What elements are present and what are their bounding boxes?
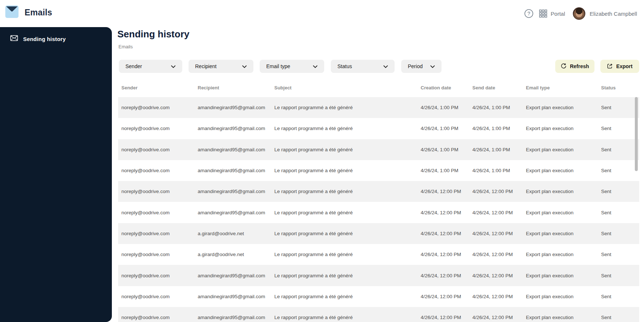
chevron-down-icon xyxy=(171,63,176,69)
cell-send-date: 4/26/24, 1:00 PM xyxy=(472,105,526,110)
cell-send-date: 4/26/24, 12:00 PM xyxy=(472,273,526,278)
cell-creation-date: 4/26/24, 1:00 PM xyxy=(421,147,472,152)
cell-email-type: Export plan execution xyxy=(526,147,601,152)
portal-label: Portal xyxy=(551,11,565,17)
cell-email-type: Export plan execution xyxy=(526,294,601,299)
app-logo-home[interactable]: Emails xyxy=(5,5,52,19)
cell-recipient: amandinegirard95@gmail.com xyxy=(198,273,274,278)
chevron-down-icon xyxy=(430,63,435,69)
export-button[interactable]: Export xyxy=(600,60,639,73)
filter-period[interactable]: Period xyxy=(401,60,442,73)
cell-recipient: a.girard@oodrive.net xyxy=(198,231,274,236)
filter-email-type[interactable]: Email type xyxy=(260,60,324,73)
filter-period-label: Period xyxy=(408,63,422,69)
portal-link[interactable]: Portal xyxy=(539,10,565,18)
cell-recipient: amandinegirard95@gmail.com xyxy=(198,147,274,152)
table-row: noreply@oodrive.com amandinegirard95@gma… xyxy=(118,286,639,307)
cell-send-date: 4/26/24, 12:00 PM xyxy=(472,252,526,257)
cell-sender: noreply@oodrive.com xyxy=(121,126,198,131)
cell-subject: Le rapport programmé a été généré xyxy=(274,189,421,194)
cell-recipient: a.girard@oodrive.net xyxy=(198,252,274,257)
cell-status: Sent xyxy=(601,126,639,131)
cell-status: Sent xyxy=(601,294,639,299)
topbar-actions: ? Portal Elizabeth Campbell xyxy=(524,0,637,27)
cell-send-date: 4/26/24, 12:00 PM xyxy=(472,231,526,236)
table-row: noreply@oodrive.com amandinegirard95@gma… xyxy=(118,307,639,322)
cell-sender: noreply@oodrive.com xyxy=(121,105,198,110)
cell-subject: Le rapport programmé a été généré xyxy=(274,105,421,110)
col-header-creation-date: Creation date xyxy=(421,85,472,90)
vertical-scrollbar-thumb[interactable] xyxy=(635,97,638,171)
cell-email-type: Export plan execution xyxy=(526,189,601,194)
chevron-down-icon xyxy=(313,63,318,69)
table-row: noreply@oodrive.com amandinegirard95@gma… xyxy=(118,160,639,181)
cell-sender: noreply@oodrive.com xyxy=(121,189,198,194)
chevron-down-icon xyxy=(383,63,388,69)
table-row: noreply@oodrive.com amandinegirard95@gma… xyxy=(118,139,639,160)
cell-email-type: Export plan execution xyxy=(526,168,601,173)
cell-sender: noreply@oodrive.com xyxy=(121,273,198,278)
filter-sender-label: Sender xyxy=(125,63,142,69)
cell-sender: noreply@oodrive.com xyxy=(121,252,198,257)
filter-status-label: Status xyxy=(337,63,352,69)
cell-recipient: amandinegirard95@gmail.com xyxy=(198,168,274,173)
cell-email-type: Export plan execution xyxy=(526,231,601,236)
cell-subject: Le rapport programmé a été généré xyxy=(274,168,421,173)
cell-subject: Le rapport programmé a été généré xyxy=(274,294,421,299)
sidebar-item-sending-history[interactable]: Sending history xyxy=(0,27,112,42)
filter-recipient-label: Recipient xyxy=(195,63,216,69)
cell-status: Sent xyxy=(601,168,639,173)
cell-status: Sent xyxy=(601,189,639,194)
help-icon[interactable]: ? xyxy=(524,9,534,18)
topbar: Emails ? Po xyxy=(0,0,644,27)
page-title: Sending history xyxy=(117,29,189,40)
table-row: noreply@oodrive.com amandinegirard95@gma… xyxy=(118,265,639,286)
cell-send-date: 4/26/24, 12:00 PM xyxy=(472,210,526,215)
cell-email-type: Export plan execution xyxy=(526,126,601,131)
breadcrumb[interactable]: Emails xyxy=(118,44,133,49)
cell-recipient: amandinegirard95@gmail.com xyxy=(198,210,274,215)
cell-email-type: Export plan execution xyxy=(526,210,601,215)
emails-logo-icon xyxy=(5,5,19,19)
sidebar-item-label: Sending history xyxy=(23,36,66,42)
cell-sender: noreply@oodrive.com xyxy=(121,168,198,173)
cell-send-date: 4/26/24, 1:00 PM xyxy=(472,147,526,152)
cell-send-date: 4/26/24, 1:00 PM xyxy=(472,168,526,173)
filter-recipient[interactable]: Recipient xyxy=(189,60,253,73)
cell-recipient: amandinegirard95@gmail.com xyxy=(198,105,274,110)
cell-sender: noreply@oodrive.com xyxy=(121,315,198,320)
cell-subject: Le rapport programmé a été généré xyxy=(274,210,421,215)
cell-email-type: Export plan execution xyxy=(526,273,601,278)
refresh-button[interactable]: Refresh xyxy=(555,60,594,73)
col-header-recipient: Recipient xyxy=(198,85,274,90)
filter-sender[interactable]: Sender xyxy=(119,60,182,73)
cell-send-date: 4/26/24, 12:00 PM xyxy=(472,294,526,299)
user-menu[interactable]: Elizabeth Campbell xyxy=(573,7,637,20)
col-header-sender: Sender xyxy=(121,85,198,90)
table-row: noreply@oodrive.com amandinegirard95@gma… xyxy=(118,118,639,139)
col-header-status: Status xyxy=(601,85,639,90)
cell-recipient: amandinegirard95@gmail.com xyxy=(198,189,274,194)
cell-status: Sent xyxy=(601,210,639,215)
refresh-label: Refresh xyxy=(570,63,589,69)
envelope-icon xyxy=(10,35,18,42)
cell-recipient: amandinegirard95@gmail.com xyxy=(198,126,274,131)
refresh-icon xyxy=(561,63,567,70)
cell-subject: Le rapport programmé a été généré xyxy=(274,273,421,278)
table-row: noreply@oodrive.com amandinegirard95@gma… xyxy=(118,181,639,202)
cell-creation-date: 4/26/24, 12:00 PM xyxy=(421,294,472,299)
table-row: noreply@oodrive.com amandinegirard95@gma… xyxy=(118,97,639,118)
user-name: Elizabeth Campbell xyxy=(590,11,637,17)
app-title: Emails xyxy=(25,8,52,18)
table-body: noreply@oodrive.com amandinegirard95@gma… xyxy=(118,97,639,322)
cell-creation-date: 4/26/24, 12:00 PM xyxy=(421,315,472,320)
cell-status: Sent xyxy=(601,147,639,152)
cell-subject: Le rapport programmé a été généré xyxy=(274,231,421,236)
chevron-down-icon xyxy=(242,63,247,69)
cell-sender: noreply@oodrive.com xyxy=(121,231,198,236)
cell-creation-date: 4/26/24, 12:00 PM xyxy=(421,189,472,194)
cell-subject: Le rapport programmé a été généré xyxy=(274,315,421,320)
col-header-send-date: Send date xyxy=(472,85,526,90)
filter-status[interactable]: Status xyxy=(331,60,395,73)
table-row: noreply@oodrive.com a.girard@oodrive.net… xyxy=(118,223,639,244)
